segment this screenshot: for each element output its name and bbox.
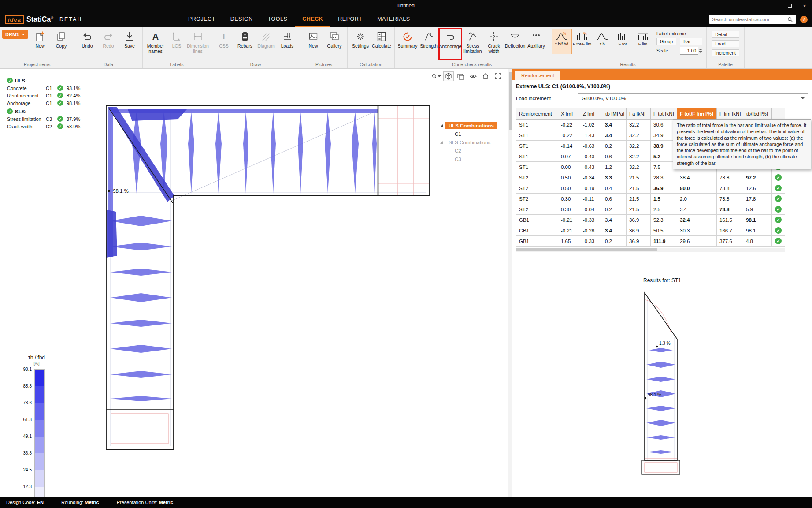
increment-toggle-button[interactable]: Increment [712,49,739,56]
tree-item-c3[interactable]: C3 [451,156,506,163]
menu-item-tools[interactable]: TOOLS [260,11,295,27]
css-button[interactable]: T CSS [213,29,234,59]
visibility-button[interactable] [468,71,478,81]
model-canvas[interactable]: 98.1 % ✓ULS:ConcreteC1✓93.1%Reinforcemen… [0,69,512,497]
table-row[interactable]: GB1-0.21-0.333.436.952.332.4161.598.1✓ [516,215,785,225]
group-caption: Draw [213,61,298,68]
structure-drawing[interactable]: 98.1 % [0,69,512,497]
result-tb-fbd-button[interactable]: % τ b/f bd [552,29,572,54]
scrollbar-thumb[interactable] [516,248,657,251]
column-header[interactable]: τb [MPa] [602,108,627,120]
deflection-button[interactable]: Deflection [504,29,526,59]
member-detail-view[interactable]: 1.3 % 98.1 % [516,286,808,476]
title-bar: untitled × [0,0,812,11]
column-header[interactable]: τb/fbd [%] [743,108,772,120]
result-tb-button[interactable]: τ b [592,29,612,54]
table-row[interactable]: GB11.65-0.330.236.9111.929.6377.64.8✓ [516,236,785,247]
menu-item-materials[interactable]: MATERIALS [370,11,417,27]
settings-button[interactable]: Settings [350,29,371,59]
table-row[interactable]: GB1-0.21-0.283.436.950.530.3166.798.1✓ [516,225,785,236]
idea-logo: idea [5,15,24,24]
tree-item-uls-combinations[interactable]: ULS Combinations [440,122,506,129]
tree-item-sls-combinations[interactable]: SLS Combinations [440,139,506,146]
redo-button[interactable]: Redo [98,29,119,59]
table-row[interactable]: ST20.50-0.190.421.536.950.073.812.6✓ [516,183,785,194]
calculate-button[interactable]: Calculate [371,29,392,59]
ribbon-group-labels: A Member names LCS Dimension lines Label… [143,27,211,68]
tree-item-c1[interactable]: C1 [451,131,506,138]
check-icon: ✓ [7,78,13,83]
canvas-scrollbar[interactable] [508,69,512,497]
lcs-button[interactable]: LCS [166,29,187,59]
search-input[interactable] [712,17,787,22]
menu-item-report[interactable]: REPORT [330,11,370,27]
column-header[interactable]: F tot/F lim [%] [677,108,717,120]
diagram-button[interactable]: Diagram [256,29,277,59]
tree-item-c2[interactable]: C2 [451,147,506,154]
ellipsis-icon [531,30,541,43]
menu-item-check[interactable]: CHECK [295,11,330,27]
anchorage-button[interactable]: Anchorage [440,29,461,59]
scale-value[interactable]: 1.00 [680,47,698,55]
table-row[interactable]: ST20.30-0.040.221.52.53.473.85.9✓ [516,204,785,215]
table-row[interactable]: ST20.30-0.110.621.51.52.073.817.8✓ [516,194,785,204]
gear-icon [355,30,366,43]
column-header[interactable]: F tot [kN] [651,108,677,120]
curve-icon [596,30,609,42]
load-toggle-button[interactable]: Load [712,40,739,47]
member-names-button[interactable]: A Member names [145,29,166,59]
stress-limitation-button[interactable]: Stress limitation [462,29,483,59]
column-header[interactable]: Reinforcement [516,108,558,120]
statica-logo: StatiCa [26,15,51,23]
search-box[interactable] [709,15,796,24]
minimize-button[interactable] [767,0,782,11]
rebars-button[interactable]: Rebars [234,29,256,59]
color-legend: τb / fbd [%] 98.185.873.661.349.136.824.… [17,355,56,497]
result-flim-button[interactable]: F lim [633,29,653,54]
crack-width-button[interactable]: Crack width [483,29,504,59]
undo-button[interactable]: Undo [77,29,98,59]
new-picture-button[interactable]: New [303,29,324,59]
table-row[interactable]: ST20.50-0.343.321.528.338.473.897.2✓ [516,172,785,183]
column-header[interactable]: Fa [kN] [627,108,651,120]
summary-button[interactable]: Summary [397,29,418,59]
info-button[interactable]: i [800,16,808,23]
dimension-lines-button[interactable]: Dimension lines [187,29,208,59]
column-header[interactable]: X [m] [558,108,580,120]
copy-button[interactable]: Copy [51,29,72,59]
isometric-view-button[interactable] [443,71,454,81]
detail-label-max: 98.1 % [648,392,661,397]
new-project-item-button[interactable]: New [30,29,51,59]
gallery-button[interactable]: Gallery [324,29,345,59]
check-icon: ✓ [57,93,63,98]
maximize-button[interactable] [782,0,797,11]
result-ftot-flim-button[interactable]: % F tot/F lim [572,29,592,54]
label-extreme-option[interactable]: Label extreme [656,31,702,36]
detail-toggle-button[interactable]: Detail [712,31,739,38]
scrollbar-thumb[interactable] [509,72,512,130]
close-button[interactable]: × [797,0,812,11]
group-option-button[interactable]: Group [656,38,676,45]
stepper-arrows[interactable] [699,49,702,53]
auxiliary-button[interactable]: Auxiliary [526,29,547,59]
save-button[interactable]: Save [119,29,140,59]
scale-stepper[interactable]: 1.00 [680,47,702,55]
load-increment-select[interactable]: G100.0%, V100.0% [578,93,808,103]
capture-gallery-button[interactable] [456,71,466,81]
fullscreen-button[interactable] [493,71,503,81]
table-horizontal-scrollbar[interactable] [516,248,785,252]
project-item-selector[interactable]: DRM1 [2,30,28,39]
menu-item-design[interactable]: DESIGN [223,11,260,27]
column-header[interactable]: Z [m] [580,108,602,120]
column-header[interactable]: F lim [kN] [717,108,743,120]
save-icon [124,30,135,43]
loads-button[interactable]: Loads [277,29,298,59]
home-view-button[interactable] [480,71,491,81]
bar-option-button[interactable]: Bar [680,38,702,45]
result-ftot-button[interactable]: F tot [612,29,633,54]
deflection-curve-icon [510,30,520,43]
menu-item-project[interactable]: PROJECT [181,11,223,27]
tab-reinforcement[interactable]: Reinforcement [515,71,560,80]
zoom-dropdown-button[interactable] [431,71,441,81]
strength-button[interactable]: Strength [418,29,439,59]
